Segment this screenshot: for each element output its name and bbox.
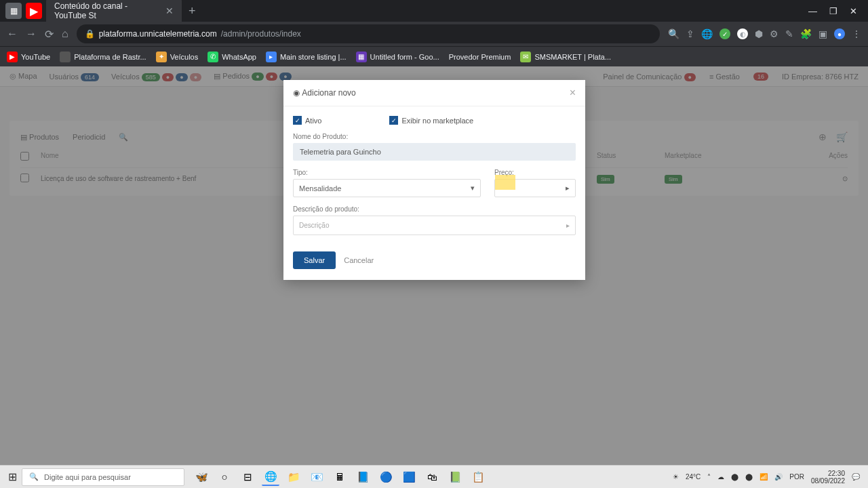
ext-icon-5[interactable]: ✎ <box>785 28 793 39</box>
check-icon: ✓ <box>293 116 302 125</box>
bookmark-form[interactable]: ▦Untitled form - Goo... <box>356 52 439 62</box>
close-window-button[interactable]: ✕ <box>850 6 857 16</box>
volume-icon[interactable]: 🔊 <box>774 473 783 481</box>
checkbox-exibir[interactable]: ✓ Exibir no marketplace <box>389 116 473 125</box>
bookmark-whatsapp[interactable]: ✆WhatsApp <box>208 52 256 62</box>
cortana-icon[interactable]: ○ <box>216 468 233 486</box>
lock-icon: 🔒 <box>85 29 95 39</box>
taskbar-search[interactable]: 🔍 Digite aqui para pesquisar <box>22 468 184 486</box>
modal-close-button[interactable]: × <box>570 87 576 99</box>
reload-button[interactable]: ⟳ <box>45 28 54 41</box>
browser-toolbar: ← → ⟳ ⌂ 🔒 plataforma.unnicatelemetria.co… <box>0 22 868 46</box>
language-icon[interactable]: POR <box>789 473 804 481</box>
tab-title: Conteúdo do canal - YouTube St <box>54 1 161 20</box>
temperature[interactable]: 24°C <box>686 473 701 481</box>
app-icon[interactable]: ▦ <box>5 3 22 19</box>
share-icon[interactable]: ⇪ <box>686 28 694 39</box>
forward-button[interactable]: → <box>26 28 37 40</box>
start-button[interactable]: ⊞ <box>3 468 22 487</box>
store-icon[interactable]: 🛍 <box>423 468 441 486</box>
browser-titlebar: ▦ ▶ Conteúdo do canal - YouTube St ✕ + —… <box>0 0 868 22</box>
browser-tab[interactable]: Conteúdo do canal - YouTube St ✕ <box>46 0 182 24</box>
youtube-tab-icon[interactable]: ▶ <box>26 3 42 19</box>
window-controls: — ❐ ✕ <box>808 6 863 16</box>
extensions-icon[interactable]: 🧩 <box>800 28 812 39</box>
stepper-icon[interactable]: ▸ <box>566 184 570 192</box>
menu-icon[interactable]: ⋮ <box>852 28 861 39</box>
extension-icons: 🔍 ⇪ 🌐 ✓ ◐ ⬢ ⚙ ✎ 🧩 ▣ ● ⋮ <box>668 28 861 39</box>
new-tab-button[interactable]: + <box>183 4 201 18</box>
clock[interactable]: 22:30 08/09/2022 <box>811 470 845 485</box>
word-icon[interactable]: 📘 <box>354 468 372 486</box>
save-button[interactable]: Salvar <box>293 251 336 269</box>
notifications-icon[interactable]: 💬 <box>852 473 860 481</box>
add-product-modal: ◉ Adicionar novo × ✓ Ativo ✓ Exibir no m… <box>283 80 585 280</box>
onedrive-icon[interactable]: ☁ <box>717 473 724 481</box>
excel-icon[interactable]: 📗 <box>446 468 464 486</box>
cancel-button[interactable]: Cancelar <box>344 251 374 269</box>
explorer-icon[interactable]: 📁 <box>285 468 302 486</box>
system-tray: ☀ 24°C ˄ ☁ ⬤ ⬤ 📶 🔊 POR 22:30 08/09/2022 … <box>673 470 865 485</box>
home-button[interactable]: ⌂ <box>62 28 68 40</box>
minimize-button[interactable]: — <box>808 6 817 16</box>
label-nome: Nome do Produto: <box>293 133 576 140</box>
tab-close-icon[interactable]: ✕ <box>165 5 174 16</box>
mail-icon[interactable]: 📧 <box>308 468 326 486</box>
address-bar[interactable]: 🔒 plataforma.unnicatelemetria.com/admin/… <box>77 24 660 43</box>
ext-icon-1[interactable]: ✓ <box>719 28 730 39</box>
windows-taskbar: ⊞ 🔍 Digite aqui para pesquisar 🦋 ○ ⊟ 🌐 📁… <box>0 465 868 488</box>
ext-icon-4[interactable]: ⚙ <box>770 28 778 39</box>
checkbox-ativo[interactable]: ✓ Ativo <box>293 116 321 125</box>
app-icon-2[interactable]: 🟦 <box>400 468 418 486</box>
modal-header: ◉ Adicionar novo × <box>283 80 585 106</box>
tray-icon-2[interactable]: ⬤ <box>745 473 753 481</box>
chrome-icon[interactable]: 🌐 <box>262 468 279 486</box>
teamviewer-icon[interactable]: 🔵 <box>377 468 395 486</box>
ext-icon-2[interactable]: ◐ <box>737 28 748 39</box>
tray-icon-1[interactable]: ⬤ <box>731 473 738 481</box>
bookmark-store[interactable]: ▸Main store listing |... <box>266 52 347 62</box>
input-preco[interactable]: ▸ <box>494 179 576 197</box>
expand-icon[interactable]: ▸ <box>566 222 570 229</box>
ext-icon-3[interactable]: ⬢ <box>755 28 763 39</box>
taskview-icon[interactable]: ⊟ <box>239 468 256 486</box>
search-icon: 🔍 <box>29 472 39 481</box>
url-domain: plataforma.unnicatelemetria.com <box>99 29 217 39</box>
bookmark-youtube[interactable]: ▶YouTube <box>7 52 50 62</box>
maximize-button[interactable]: ❐ <box>829 6 837 16</box>
bookmark-veiculos[interactable]: ✦Veículos <box>156 52 199 62</box>
bookmark-sms[interactable]: ✉SMSMARKET | Plata... <box>520 52 611 62</box>
bookmark-plataforma[interactable]: Plataforma de Rastr... <box>60 52 146 62</box>
app-icon-3[interactable]: 📋 <box>469 468 487 486</box>
check-icon: ✓ <box>389 116 398 125</box>
url-path: /admin/produtos/index <box>221 29 301 39</box>
label-descricao: Descrição do produto: <box>293 205 576 213</box>
bookmark-provedor[interactable]: Provedor Premium <box>449 53 511 61</box>
select-tipo[interactable]: Mensalidade ▾ <box>293 179 481 197</box>
input-descricao[interactable]: Descrição ▸ <box>293 216 576 235</box>
wifi-icon[interactable]: 📶 <box>760 473 768 481</box>
chevron-down-icon: ▾ <box>471 184 475 192</box>
profile-icon[interactable]: ● <box>834 28 845 39</box>
label-tipo: Tipo: <box>293 169 481 176</box>
bookmarks-bar: ▶YouTube Plataforma de Rastr... ✦Veículo… <box>0 46 868 66</box>
modal-title: Adicionar novo <box>302 88 355 98</box>
reading-list-icon[interactable]: ▣ <box>818 28 827 39</box>
tab-strip: ▦ ▶ Conteúdo do canal - YouTube St ✕ + <box>5 0 201 22</box>
modal-icon: ◉ <box>293 88 300 98</box>
input-nome[interactable] <box>293 143 576 161</box>
label-preco: Preço: <box>494 169 576 176</box>
back-button[interactable]: ← <box>7 28 18 40</box>
tray-chevron-icon[interactable]: ˄ <box>707 473 711 481</box>
calculator-icon[interactable]: 🖩 <box>331 468 349 486</box>
app-icon-1[interactable]: 🦋 <box>193 468 210 486</box>
weather-icon[interactable]: ☀ <box>673 473 679 481</box>
translate-icon[interactable]: 🌐 <box>701 28 713 39</box>
search-icon[interactable]: 🔍 <box>668 28 679 39</box>
